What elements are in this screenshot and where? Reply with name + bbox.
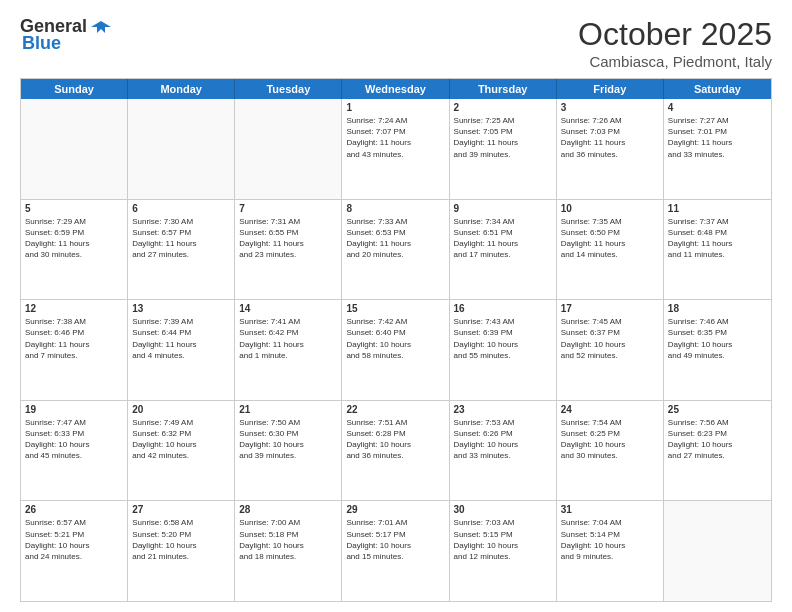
day-cell-13: 10Sunrise: 7:35 AM Sunset: 6:50 PM Dayli… [557, 200, 664, 300]
day-info: Sunrise: 7:30 AM Sunset: 6:57 PM Dayligh… [132, 216, 230, 261]
day-number: 22 [346, 404, 444, 415]
day-number: 2 [454, 102, 552, 113]
day-cell-28: 25Sunrise: 7:56 AM Sunset: 6:23 PM Dayli… [664, 401, 771, 501]
day-number: 28 [239, 504, 337, 515]
day-cell-3 [235, 99, 342, 199]
day-info: Sunrise: 7:24 AM Sunset: 7:07 PM Dayligh… [346, 115, 444, 160]
day-info: Sunrise: 6:58 AM Sunset: 5:20 PM Dayligh… [132, 517, 230, 562]
day-cell-21: 18Sunrise: 7:46 AM Sunset: 6:35 PM Dayli… [664, 300, 771, 400]
day-cell-32: 29Sunrise: 7:01 AM Sunset: 5:17 PM Dayli… [342, 501, 449, 601]
day-number: 24 [561, 404, 659, 415]
day-headers: SundayMondayTuesdayWednesdayThursdayFrid… [21, 79, 771, 99]
subtitle: Cambiasca, Piedmont, Italy [578, 53, 772, 70]
day-cell-23: 20Sunrise: 7:49 AM Sunset: 6:32 PM Dayli… [128, 401, 235, 501]
day-info: Sunrise: 7:39 AM Sunset: 6:44 PM Dayligh… [132, 316, 230, 361]
logo-blue: Blue [22, 33, 61, 54]
day-info: Sunrise: 7:38 AM Sunset: 6:46 PM Dayligh… [25, 316, 123, 361]
day-info: Sunrise: 7:00 AM Sunset: 5:18 PM Dayligh… [239, 517, 337, 562]
day-info: Sunrise: 7:25 AM Sunset: 7:05 PM Dayligh… [454, 115, 552, 160]
day-number: 31 [561, 504, 659, 515]
day-number: 3 [561, 102, 659, 113]
page: General Blue October 2025 Cambiasca, Pie… [0, 0, 792, 612]
day-number: 29 [346, 504, 444, 515]
day-cell-31: 28Sunrise: 7:00 AM Sunset: 5:18 PM Dayli… [235, 501, 342, 601]
day-number: 30 [454, 504, 552, 515]
day-info: Sunrise: 6:57 AM Sunset: 5:21 PM Dayligh… [25, 517, 123, 562]
day-header-thursday: Thursday [450, 79, 557, 99]
day-cell-14: 11Sunrise: 7:37 AM Sunset: 6:48 PM Dayli… [664, 200, 771, 300]
day-number: 7 [239, 203, 337, 214]
day-cell-26: 23Sunrise: 7:53 AM Sunset: 6:26 PM Dayli… [450, 401, 557, 501]
day-info: Sunrise: 7:27 AM Sunset: 7:01 PM Dayligh… [668, 115, 767, 160]
day-info: Sunrise: 7:31 AM Sunset: 6:55 PM Dayligh… [239, 216, 337, 261]
day-number: 1 [346, 102, 444, 113]
day-cell-9: 6Sunrise: 7:30 AM Sunset: 6:57 PM Daylig… [128, 200, 235, 300]
week-row-2: 5Sunrise: 7:29 AM Sunset: 6:59 PM Daylig… [21, 200, 771, 301]
day-cell-30: 27Sunrise: 6:58 AM Sunset: 5:20 PM Dayli… [128, 501, 235, 601]
day-info: Sunrise: 7:29 AM Sunset: 6:59 PM Dayligh… [25, 216, 123, 261]
day-info: Sunrise: 7:04 AM Sunset: 5:14 PM Dayligh… [561, 517, 659, 562]
day-number: 13 [132, 303, 230, 314]
day-cell-11: 8Sunrise: 7:33 AM Sunset: 6:53 PM Daylig… [342, 200, 449, 300]
day-number: 9 [454, 203, 552, 214]
day-info: Sunrise: 7:53 AM Sunset: 6:26 PM Dayligh… [454, 417, 552, 462]
day-number: 6 [132, 203, 230, 214]
week-row-4: 19Sunrise: 7:47 AM Sunset: 6:33 PM Dayli… [21, 401, 771, 502]
logo-bird-icon [91, 19, 111, 35]
day-info: Sunrise: 7:54 AM Sunset: 6:25 PM Dayligh… [561, 417, 659, 462]
day-cell-15: 12Sunrise: 7:38 AM Sunset: 6:46 PM Dayli… [21, 300, 128, 400]
day-header-tuesday: Tuesday [235, 79, 342, 99]
day-cell-6: 3Sunrise: 7:26 AM Sunset: 7:03 PM Daylig… [557, 99, 664, 199]
day-number: 19 [25, 404, 123, 415]
day-cell-7: 4Sunrise: 7:27 AM Sunset: 7:01 PM Daylig… [664, 99, 771, 199]
day-header-monday: Monday [128, 79, 235, 99]
header: General Blue October 2025 Cambiasca, Pie… [20, 16, 772, 70]
day-info: Sunrise: 7:45 AM Sunset: 6:37 PM Dayligh… [561, 316, 659, 361]
day-cell-19: 16Sunrise: 7:43 AM Sunset: 6:39 PM Dayli… [450, 300, 557, 400]
day-info: Sunrise: 7:34 AM Sunset: 6:51 PM Dayligh… [454, 216, 552, 261]
day-number: 8 [346, 203, 444, 214]
day-info: Sunrise: 7:50 AM Sunset: 6:30 PM Dayligh… [239, 417, 337, 462]
day-number: 18 [668, 303, 767, 314]
day-info: Sunrise: 7:37 AM Sunset: 6:48 PM Dayligh… [668, 216, 767, 261]
day-cell-24: 21Sunrise: 7:50 AM Sunset: 6:30 PM Dayli… [235, 401, 342, 501]
day-info: Sunrise: 7:51 AM Sunset: 6:28 PM Dayligh… [346, 417, 444, 462]
logo: General Blue [20, 16, 111, 54]
day-info: Sunrise: 7:46 AM Sunset: 6:35 PM Dayligh… [668, 316, 767, 361]
day-cell-16: 13Sunrise: 7:39 AM Sunset: 6:44 PM Dayli… [128, 300, 235, 400]
day-info: Sunrise: 7:33 AM Sunset: 6:53 PM Dayligh… [346, 216, 444, 261]
title-block: October 2025 Cambiasca, Piedmont, Italy [578, 16, 772, 70]
day-info: Sunrise: 7:35 AM Sunset: 6:50 PM Dayligh… [561, 216, 659, 261]
day-cell-22: 19Sunrise: 7:47 AM Sunset: 6:33 PM Dayli… [21, 401, 128, 501]
day-number: 23 [454, 404, 552, 415]
month-title: October 2025 [578, 16, 772, 53]
day-number: 5 [25, 203, 123, 214]
day-number: 11 [668, 203, 767, 214]
day-number: 21 [239, 404, 337, 415]
day-cell-29: 26Sunrise: 6:57 AM Sunset: 5:21 PM Dayli… [21, 501, 128, 601]
day-cell-8: 5Sunrise: 7:29 AM Sunset: 6:59 PM Daylig… [21, 200, 128, 300]
day-cell-35 [664, 501, 771, 601]
day-cell-18: 15Sunrise: 7:42 AM Sunset: 6:40 PM Dayli… [342, 300, 449, 400]
day-number: 25 [668, 404, 767, 415]
day-header-sunday: Sunday [21, 79, 128, 99]
day-number: 27 [132, 504, 230, 515]
day-cell-17: 14Sunrise: 7:41 AM Sunset: 6:42 PM Dayli… [235, 300, 342, 400]
day-cell-25: 22Sunrise: 7:51 AM Sunset: 6:28 PM Dayli… [342, 401, 449, 501]
day-info: Sunrise: 7:03 AM Sunset: 5:15 PM Dayligh… [454, 517, 552, 562]
day-number: 26 [25, 504, 123, 515]
svg-marker-0 [91, 21, 111, 33]
day-header-saturday: Saturday [664, 79, 771, 99]
day-header-wednesday: Wednesday [342, 79, 449, 99]
calendar: SundayMondayTuesdayWednesdayThursdayFrid… [20, 78, 772, 602]
day-info: Sunrise: 7:47 AM Sunset: 6:33 PM Dayligh… [25, 417, 123, 462]
day-cell-4: 1Sunrise: 7:24 AM Sunset: 7:07 PM Daylig… [342, 99, 449, 199]
day-info: Sunrise: 7:49 AM Sunset: 6:32 PM Dayligh… [132, 417, 230, 462]
week-row-1: 1Sunrise: 7:24 AM Sunset: 7:07 PM Daylig… [21, 99, 771, 200]
day-info: Sunrise: 7:56 AM Sunset: 6:23 PM Dayligh… [668, 417, 767, 462]
day-number: 20 [132, 404, 230, 415]
day-number: 10 [561, 203, 659, 214]
day-info: Sunrise: 7:26 AM Sunset: 7:03 PM Dayligh… [561, 115, 659, 160]
day-cell-5: 2Sunrise: 7:25 AM Sunset: 7:05 PM Daylig… [450, 99, 557, 199]
day-number: 14 [239, 303, 337, 314]
